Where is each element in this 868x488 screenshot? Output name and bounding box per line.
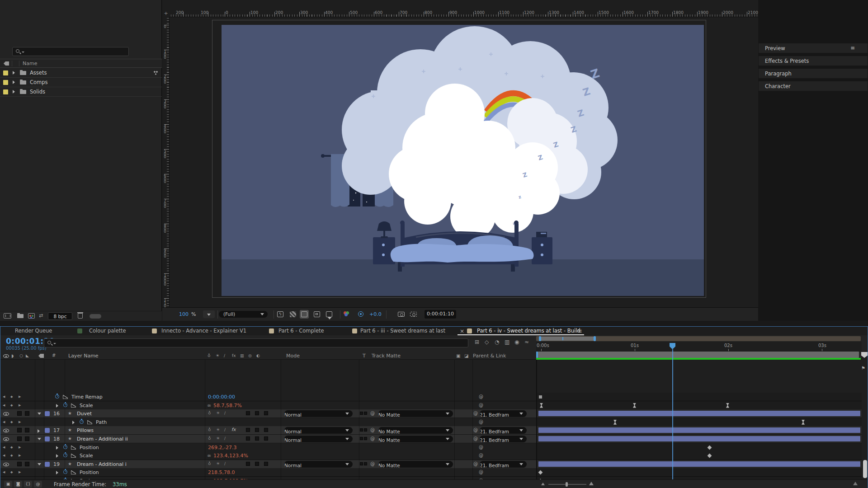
- magnification-dropdown[interactable]: [203, 310, 215, 318]
- next-keyframe-icon[interactable]: ▶: [19, 446, 21, 449]
- graph-icon[interactable]: [71, 404, 76, 408]
- next-keyframe-icon[interactable]: ▶: [19, 454, 21, 457]
- matte-toggle[interactable]: [364, 428, 367, 432]
- property-name[interactable]: Scale: [80, 453, 93, 459]
- switch-toggle[interactable]: [264, 428, 268, 432]
- layer-color-swatch[interactable]: [45, 436, 50, 441]
- layer-name[interactable]: Dream - Additional i: [77, 461, 127, 467]
- parent-pickwhip-icon[interactable]: @: [479, 469, 483, 474]
- matte-toggle[interactable]: [364, 437, 367, 440]
- layer-switch-icon[interactable]: ♁: [208, 411, 211, 415]
- layer-duration-bar[interactable]: [538, 436, 860, 441]
- switches-column-icon[interactable]: ♁: [208, 353, 211, 358]
- mode-dropdown[interactable]: Normal: [284, 461, 353, 468]
- layer-switch-icon[interactable]: ∕: [224, 461, 226, 466]
- prev-keyframe-icon[interactable]: ◀: [3, 420, 5, 424]
- panel-header-character[interactable]: Character: [759, 81, 868, 91]
- zoom-out-mountain-icon[interactable]: [541, 483, 545, 485]
- graph-icon[interactable]: [71, 446, 76, 450]
- layer-switch-icon[interactable]: ∕: [224, 411, 226, 415]
- property-name[interactable]: Path: [96, 419, 107, 425]
- timeline-tab[interactable]: Render Queue: [15, 328, 52, 334]
- preview-time-display[interactable]: 0:00:01:10: [425, 310, 456, 319]
- switch-toggle[interactable]: [246, 428, 250, 432]
- constrain-link-icon[interactable]: ∞: [207, 403, 211, 408]
- parent-pickwhip-icon[interactable]: @: [479, 403, 483, 408]
- add-keyframe-icon[interactable]: ◆: [10, 470, 13, 474]
- track-matte-dropdown[interactable]: No Matte: [378, 427, 453, 434]
- expand-chevron-icon[interactable]: [13, 71, 15, 75]
- zoom-in-mountain-icon[interactable]: [589, 482, 594, 485]
- keyframe-track[interactable]: [536, 460, 862, 469]
- next-keyframe-icon[interactable]: ▶: [19, 470, 21, 474]
- stopwatch-icon[interactable]: [63, 470, 67, 474]
- keyframe-track[interactable]: [536, 435, 862, 443]
- delete-icon[interactable]: [78, 313, 83, 319]
- constrain-link-icon[interactable]: ∞: [207, 453, 211, 459]
- matte-toggle[interactable]: [360, 428, 363, 432]
- lock-toggle[interactable]: [25, 436, 29, 441]
- project-item[interactable]: Comps: [0, 78, 162, 87]
- add-keyframe-icon[interactable]: ◆: [10, 395, 13, 399]
- draft-preview-icon[interactable]: ◙: [14, 481, 22, 488]
- mask-visibility-icon[interactable]: [314, 311, 320, 317]
- mode-dropdown[interactable]: Normal: [284, 427, 353, 434]
- graph-editor-icon[interactable]: ≈: [524, 339, 529, 345]
- expand-chevron-icon[interactable]: [38, 413, 41, 415]
- keyframe-track[interactable]: [536, 468, 862, 477]
- new-composition-icon[interactable]: [28, 313, 35, 319]
- keyframe-easy-ease[interactable]: [802, 420, 805, 425]
- magnification-value[interactable]: 100: [179, 311, 189, 317]
- ruler-origin-crosshair-icon[interactable]: +: [162, 10, 170, 17]
- switch-toggle[interactable]: [246, 436, 250, 441]
- graph-icon[interactable]: [63, 395, 68, 399]
- graph-icon[interactable]: [71, 454, 76, 458]
- switch-toggle[interactable]: [246, 462, 250, 466]
- video-column-icon[interactable]: [3, 354, 9, 358]
- prev-keyframe-icon[interactable]: ◀: [3, 395, 5, 399]
- comp-marker-bin-icon[interactable]: [861, 352, 868, 358]
- timeline-tab[interactable]: Colour palette: [89, 328, 126, 334]
- next-keyframe-icon[interactable]: ▶: [19, 404, 21, 407]
- parent-link-dropdown[interactable]: 21. Bedfram: [480, 410, 527, 417]
- property-name[interactable]: Position: [80, 469, 99, 475]
- prev-keyframe-icon[interactable]: ◀: [3, 446, 5, 449]
- region-of-interest-button[interactable]: [300, 310, 309, 319]
- toggle-switches-modes-icon[interactable]: ◪: [464, 353, 468, 358]
- project-search-input[interactable]: [12, 47, 129, 56]
- timeline-property-row[interactable]: ◀◆▶Time Remap0:00:00:00@: [0, 393, 536, 401]
- search-options-chevron-icon[interactable]: [53, 343, 56, 344]
- name-column-header[interactable]: Name: [23, 61, 37, 66]
- timeline-search-input[interactable]: [44, 338, 468, 347]
- switches-column-icon[interactable]: ▥: [240, 353, 244, 358]
- property-name[interactable]: Position: [80, 445, 99, 450]
- eye-icon[interactable]: [3, 429, 9, 432]
- expand-chevron-icon[interactable]: [72, 421, 75, 424]
- timeline-layer-row[interactable]: 16★Duvet♁☀∕Normal@No Matte@21. Bedfram: [0, 409, 536, 418]
- vertical-scrollbar[interactable]: [863, 460, 867, 478]
- parent-link-dropdown[interactable]: 21. Bedfram: [480, 461, 527, 468]
- composition-viewport[interactable]: ZZZZZZZzz: [222, 25, 704, 296]
- layer-switch-icon[interactable]: ♁: [208, 436, 211, 441]
- timeline-ruler[interactable]: 0:00s01s02s03s: [536, 342, 862, 352]
- add-keyframe-icon[interactable]: ◆: [10, 446, 13, 449]
- keyframe-track[interactable]: [536, 443, 862, 452]
- layer-color-swatch[interactable]: [45, 411, 50, 416]
- layer-switch-icon[interactable]: ☀: [216, 436, 220, 441]
- shy-icon[interactable]: ◔: [495, 339, 499, 345]
- layer-color-swatch[interactable]: [45, 428, 50, 433]
- switch-toggle[interactable]: [264, 411, 268, 415]
- draft-3d-icon[interactable]: ◇: [485, 339, 489, 345]
- timeline-property-row[interactable]: ◀◆▶Position269.2,-27.3@: [0, 443, 536, 452]
- switch-toggle[interactable]: [255, 436, 259, 441]
- switch-toggle[interactable]: [255, 411, 259, 415]
- snail-icon[interactable]: @: [34, 481, 42, 488]
- label-color-swatch[interactable]: [3, 89, 8, 94]
- stopwatch-icon[interactable]: [63, 445, 67, 449]
- switch-toggle[interactable]: [264, 436, 268, 441]
- expand-chevron-icon[interactable]: [38, 463, 41, 465]
- parent-link-dropdown[interactable]: 21. Bedfram: [480, 427, 527, 434]
- keyframe-diamond[interactable]: [538, 470, 543, 475]
- audio-column-icon[interactable]: ◗: [11, 353, 14, 358]
- panel-menu-icon[interactable]: ≡: [577, 328, 582, 334]
